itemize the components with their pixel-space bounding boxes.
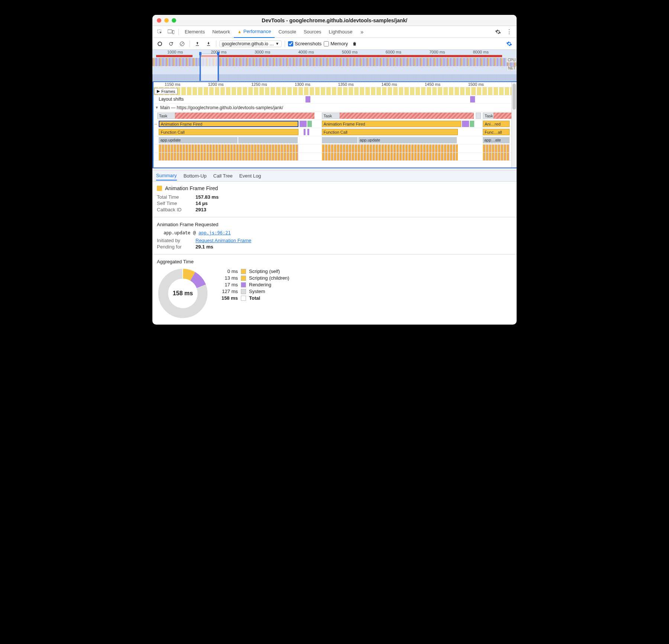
total-time-label: Total Time: [157, 194, 190, 200]
task-segment[interactable]: Task: [483, 113, 494, 119]
overview-net-label: NET: [507, 66, 517, 71]
dropdown-icon: ▼: [275, 42, 279, 46]
pending-for-value: 29.1 ms: [195, 244, 213, 250]
initiated-by-link[interactable]: Request Animation Frame: [195, 238, 251, 243]
perf-settings-icon[interactable]: [505, 39, 514, 48]
task-segment[interactable]: Task: [157, 113, 175, 119]
func-call-segment[interactable]: Function Call: [159, 129, 298, 135]
summary-tab-call-tree[interactable]: Call Tree: [213, 172, 233, 180]
overview-selection[interactable]: [200, 53, 219, 81]
panel-tab-elements[interactable]: Elements: [181, 26, 209, 38]
overview-pane[interactable]: 1000 ms2000 ms3000 ms4000 ms5000 ms6000 …: [152, 50, 517, 81]
frames-label: Frames: [161, 89, 175, 94]
task-segment[interactable]: Task: [322, 113, 340, 119]
panel-tabbar: ElementsNetwork▲PerformanceConsoleSource…: [152, 26, 517, 38]
task-lane[interactable]: Task Task Task: [153, 112, 511, 120]
selection-handle-left[interactable]: [199, 52, 201, 55]
initiated-by-label: Initiated by: [157, 238, 190, 243]
aggregated-legend: 0 msScripting (self)13 msScripting (chil…: [217, 267, 289, 302]
frames-lane[interactable]: ▶ Frames: [153, 87, 511, 95]
self-time-value: 14 µs: [195, 201, 208, 206]
app-update-segment[interactable]: app.update: [358, 137, 457, 143]
aggregated-time-title: Aggregated Time: [157, 259, 512, 264]
overview-cpu-label: CPU: [506, 58, 517, 62]
profile-selector[interactable]: googlechrome.github.io … ▼: [219, 40, 282, 47]
long-task-segment[interactable]: [175, 113, 315, 119]
inspect-element-icon[interactable]: [155, 27, 165, 37]
summary-tab-event-log[interactable]: Event Log: [239, 172, 261, 180]
func-call-lane[interactable]: Function Call Function Call Func…all: [153, 128, 511, 136]
func-call-segment[interactable]: Func…all: [483, 129, 510, 135]
device-toolbar-icon[interactable]: [166, 27, 176, 37]
panel-tab-label: Elements: [185, 29, 205, 35]
stack-function: app.update @: [164, 230, 196, 235]
aggregated-donut-chart: 158 ms: [157, 267, 209, 319]
panel-tab-sources[interactable]: Sources: [300, 26, 325, 38]
activity-stripe-lane[interactable]: [153, 153, 511, 161]
screenshots-label: Screenshots: [295, 41, 321, 46]
screenshots-checkbox[interactable]: Screenshots: [288, 41, 321, 46]
panel-tab-label: Network: [212, 29, 230, 35]
stack-source-link[interactable]: app.js:96:21: [198, 230, 231, 235]
devtools-window: DevTools - googlechrome.github.io/devtoo…: [152, 15, 517, 325]
settings-icon[interactable]: [493, 27, 503, 37]
garbage-collect-button[interactable]: [350, 39, 359, 48]
long-task-segment[interactable]: [340, 113, 474, 119]
summary-panel: Animation Frame Fired Total Time157.83 m…: [152, 182, 517, 325]
window-title: DevTools - googlechrome.github.io/devtoo…: [152, 17, 517, 23]
app-update-segment[interactable]: app…ate: [483, 137, 510, 143]
download-profile-button[interactable]: [204, 39, 213, 48]
panel-tab-label: Sources: [304, 29, 321, 35]
frames-row-header[interactable]: ▶ Frames: [154, 88, 178, 94]
traffic-light-close[interactable]: [157, 18, 161, 23]
func-call-segment[interactable]: Function Call: [322, 129, 458, 135]
app-update-lane[interactable]: app.update app.update app…ate: [153, 136, 511, 144]
titlebar: DevTools - googlechrome.github.io/devtoo…: [152, 15, 517, 26]
upload-profile-button[interactable]: [193, 39, 202, 48]
event-color-swatch: [157, 186, 162, 191]
panel-tab-lighthouse[interactable]: Lighthouse: [325, 26, 356, 38]
svg-line-5: [181, 42, 184, 45]
aff-segment-selected[interactable]: Animation Frame Fired: [159, 121, 298, 127]
summary-event-title: Animation Frame Fired: [165, 185, 218, 191]
svg-point-3: [158, 42, 162, 46]
flame-scrollbar[interactable]: [511, 82, 517, 167]
more-panels-icon[interactable]: »: [357, 27, 367, 37]
agg-row: 17 msRendering: [217, 282, 289, 287]
agg-row: 0 msScripting (self): [217, 269, 289, 274]
long-task-segment[interactable]: [494, 113, 511, 119]
main-thread-label: Main — https://googlechrome.github.io/de…: [160, 105, 283, 110]
kebab-menu-icon[interactable]: ⋮: [504, 27, 514, 37]
aff-segment[interactable]: Animation Frame Fired: [322, 121, 462, 127]
aff-segment[interactable]: Ani…red: [483, 121, 510, 127]
summary-tab-bottom-up[interactable]: Bottom-Up: [184, 172, 207, 180]
clear-button[interactable]: [178, 39, 187, 48]
flame-chart[interactable]: 1150 ms1200 ms1250 ms1300 ms1350 ms1400 …: [152, 81, 517, 168]
aff-lane[interactable]: → Animation Frame Fired Animation Frame …: [153, 120, 511, 128]
pending-for-label: Pending for: [157, 244, 190, 250]
memory-label: Memory: [330, 41, 348, 46]
traffic-light-zoom[interactable]: [172, 18, 176, 23]
reload-record-button[interactable]: [167, 39, 175, 48]
activity-stripe-lane[interactable]: [153, 144, 511, 153]
main-thread-header[interactable]: ▼ Main — https://googlechrome.github.io/…: [153, 104, 511, 112]
perf-toolbar: googlechrome.github.io … ▼ Screenshots M…: [152, 38, 517, 50]
summary-tab-summary[interactable]: Summary: [156, 171, 177, 180]
record-button[interactable]: [155, 39, 164, 48]
panel-tab-network[interactable]: Network: [209, 26, 234, 38]
donut-center-value: 158 ms: [157, 267, 209, 319]
selection-arrow-icon: →: [153, 122, 158, 126]
panel-tab-console[interactable]: Console: [275, 26, 300, 38]
requested-section-title: Animation Frame Requested: [157, 222, 512, 227]
app-update-segment[interactable]: app.update: [159, 137, 237, 143]
memory-checkbox[interactable]: Memory: [324, 41, 348, 46]
traffic-light-minimize[interactable]: [164, 18, 169, 23]
layout-shifts-lane[interactable]: Layout shifts: [153, 95, 511, 104]
layout-shifts-label: Layout shifts: [159, 97, 184, 102]
callback-id-value: 2913: [195, 207, 206, 212]
expand-icon: ▶: [157, 89, 160, 94]
selection-handle-right[interactable]: [217, 52, 219, 55]
summary-tabbar: SummaryBottom-UpCall TreeEvent Log: [152, 170, 517, 182]
self-time-label: Self Time: [157, 201, 190, 206]
panel-tab-performance[interactable]: ▲Performance: [234, 26, 275, 38]
